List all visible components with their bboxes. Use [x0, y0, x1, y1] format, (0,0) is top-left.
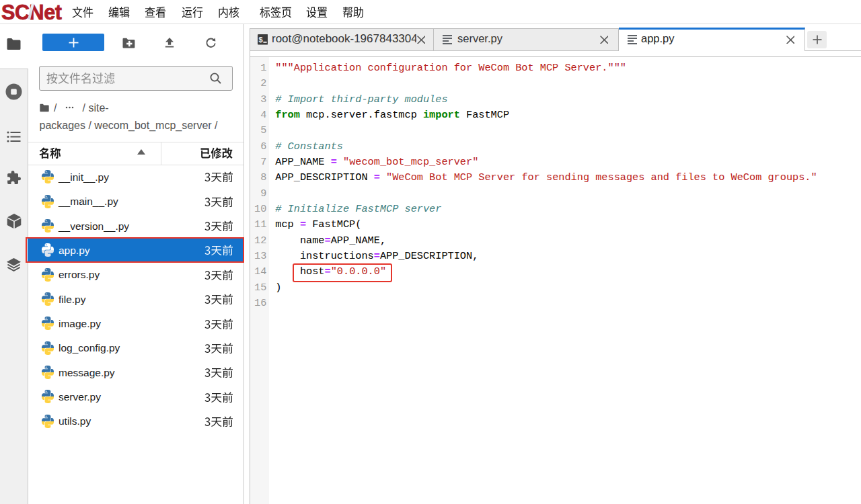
svg-text:$: $ [258, 36, 262, 44]
